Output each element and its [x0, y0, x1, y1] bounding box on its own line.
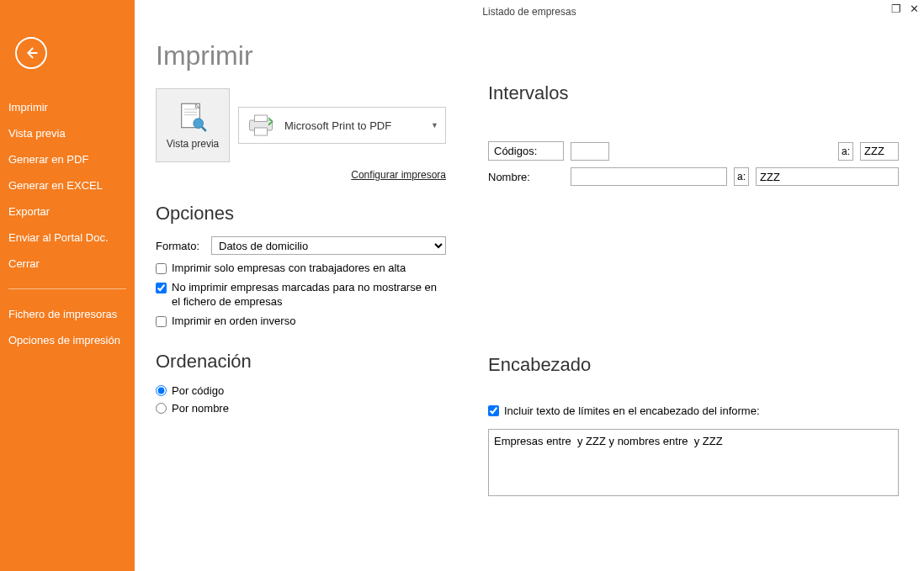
format-label: Formato: — [156, 240, 204, 252]
radio-por-nombre-label: Por nombre — [172, 402, 229, 415]
radio-por-codigo-label: Por código — [172, 384, 224, 397]
sidebar-item-generar-excel[interactable]: Generar en EXCEL — [0, 172, 135, 198]
chk-alta[interactable] — [156, 263, 167, 274]
vista-previa-button[interactable]: Vista previa — [156, 88, 230, 162]
name-to-label: a: — [734, 167, 749, 186]
sidebar-item-opciones-impresion[interactable]: Opciones de impresión — [0, 327, 135, 353]
intervals-section: Intervalos Códigos: a: Nombre: a: — [488, 82, 899, 186]
chk-nomostrar-label: No imprimir empresas marcadas para no mo… — [172, 281, 446, 309]
ordering-heading: Ordenación — [156, 351, 446, 373]
sidebar-divider — [8, 288, 126, 289]
chk-include-limits-label: Incluir texto de límites en el encabezad… — [504, 404, 760, 417]
document-preview-icon — [176, 101, 210, 135]
name-to-input[interactable] — [756, 167, 899, 186]
printer-icon — [246, 114, 276, 137]
sidebar-item-vista-previa[interactable]: Vista previa — [0, 120, 135, 146]
sidebar-item-cerrar[interactable]: Cerrar — [0, 251, 135, 277]
close-icon[interactable]: ✕ — [910, 3, 919, 14]
codes-to-label: a: — [838, 142, 853, 161]
content: Imprimir Vista previa — [135, 24, 924, 571]
left-column: Imprimir Vista previa — [156, 40, 446, 554]
back-button[interactable] — [15, 37, 47, 69]
name-from-input[interactable] — [571, 167, 727, 186]
header-heading: Encabezado — [488, 354, 899, 376]
intervals-heading: Intervalos — [488, 82, 899, 104]
svg-rect-7 — [255, 115, 268, 122]
main: Listado de empresas ❐ ✕ Imprimir — [135, 0, 924, 571]
radio-por-codigo[interactable] — [156, 385, 167, 396]
chk-inverso-label: Imprimir en orden inverso — [172, 315, 295, 329]
sidebar-item-imprimir[interactable]: Imprimir — [0, 94, 135, 120]
svg-rect-8 — [255, 128, 268, 135]
maximize-icon[interactable]: ❐ — [891, 3, 901, 14]
svg-point-4 — [194, 119, 204, 129]
sidebar-item-exportar[interactable]: Exportar — [0, 198, 135, 225]
right-column: Intervalos Códigos: a: Nombre: a: Enc — [488, 40, 899, 554]
arrow-left-icon — [24, 45, 39, 61]
titlebar: Listado de empresas ❐ ✕ — [135, 0, 924, 24]
codes-to-input[interactable] — [860, 142, 899, 161]
page-title: Imprimir — [156, 40, 446, 71]
chk-include-limits[interactable] — [488, 405, 499, 416]
sidebar-item-generar-pdf[interactable]: Generar en PDF — [0, 146, 135, 172]
codes-label-button[interactable]: Códigos: — [488, 141, 564, 161]
chevron-down-icon: ▼ — [431, 121, 438, 130]
printer-name: Microsoft Print to PDF — [284, 119, 422, 132]
chk-nomostrar[interactable] — [156, 283, 167, 293]
sidebar-item-portal-doc[interactable]: Enviar al Portal Doc. — [0, 225, 135, 251]
name-label: Nombre: — [488, 168, 564, 186]
sidebar-item-fichero-impresoras[interactable]: Fichero de impresoras — [0, 301, 135, 327]
printer-select[interactable]: Microsoft Print to PDF ▼ — [238, 107, 446, 144]
codes-from-input[interactable] — [571, 142, 609, 161]
vista-previa-label: Vista previa — [167, 138, 219, 150]
chk-alta-label: Imprimir solo empresas con trabajadores … — [172, 262, 406, 276]
chk-inverso[interactable] — [156, 316, 167, 327]
window-title: Listado de empresas — [135, 6, 924, 18]
header-textarea[interactable]: Empresas entre y ZZZ y nombres entre y Z… — [488, 429, 899, 496]
configure-printer-link[interactable]: Configurar impresora — [156, 169, 446, 181]
sidebar: Imprimir Vista previa Generar en PDF Gen… — [0, 0, 135, 571]
header-section: Encabezado Incluir texto de límites en e… — [488, 354, 899, 500]
options-heading: Opciones — [156, 203, 446, 225]
svg-line-5 — [202, 127, 206, 131]
radio-por-nombre[interactable] — [156, 403, 167, 414]
format-select[interactable]: Datos de domicilio — [211, 236, 446, 255]
